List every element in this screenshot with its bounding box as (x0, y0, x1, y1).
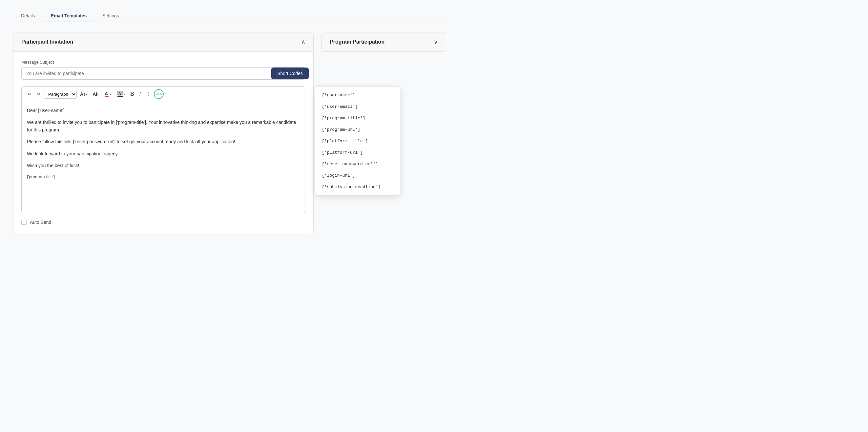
code-icon: </> (155, 92, 162, 96)
auto-send-label: Auto Send (30, 220, 51, 225)
highlight-chevron-icon: ▾ (123, 93, 125, 96)
panels-row: Participant Invitation ∧ Message Subject… (13, 32, 446, 233)
redo-button[interactable]: ↪ (35, 90, 43, 98)
font-size-icon: A↕ (80, 92, 86, 97)
shortcodes-dropdown: ['user-name'] ['user-email'] ['program-t… (315, 87, 400, 196)
more-options-button[interactable]: ⋮ (144, 90, 153, 98)
font-size-chevron-icon: ▾ (86, 93, 87, 96)
shortcode-reset-password-url[interactable]: ['reset-password-url'] (315, 158, 400, 170)
italic-button[interactable]: I (137, 90, 143, 98)
editor-line-2: We are thrilled to invite you to partici… (27, 119, 300, 133)
shortcode-program-url[interactable]: ['program-url'] (315, 124, 400, 135)
svg-text:A: A (105, 91, 108, 96)
shortcode-submission-deadline[interactable]: ['submission-deadline'] (315, 181, 400, 193)
editor-toolbar: ↩ ↪ Paragraph Heading 1 Heading 2 Headin… (21, 86, 305, 102)
auto-send-checkbox[interactable] (21, 220, 27, 225)
bold-button[interactable]: B (128, 90, 136, 98)
left-panel-header: Participant Invitation ∧ (13, 32, 313, 52)
redo-icon: ↪ (37, 92, 41, 97)
left-panel-title: Participant Invitation (21, 39, 73, 45)
left-panel-body: Message Subject Short Codes ↩ ↪ (13, 52, 313, 233)
editor-body[interactable]: Dear ['user-name'], We are thrilled to i… (21, 102, 305, 213)
font-type-icon: AI (93, 92, 97, 97)
editor-line-5: Wish you the best of luck! (27, 162, 300, 169)
undo-button[interactable]: ↩ (26, 90, 33, 98)
font-color-button[interactable]: A ▾ (102, 90, 114, 99)
shortcode-platform-url[interactable]: ['platform-url'] (315, 147, 400, 158)
program-participation-panel: Program Participation ∨ (321, 32, 446, 52)
shortcode-login-url[interactable]: ['login-url'] (315, 170, 400, 181)
left-panel-collapse-icon[interactable]: ∧ (301, 38, 305, 45)
tab-bar: Details Email Templates Settings (13, 10, 446, 22)
shortcode-program-title[interactable]: ['program-title'] (315, 112, 400, 124)
shortcode-platform-title[interactable]: ['platform-title'] (315, 135, 400, 147)
editor-line-3: Please follow this link: ['reset-passwor… (27, 138, 300, 145)
highlight-button[interactable]: A ▾ (115, 90, 127, 99)
tab-email-templates[interactable]: Email Templates (43, 10, 94, 22)
participant-invitation-panel: Participant Invitation ∧ Message Subject… (13, 32, 314, 233)
font-type-chevron-icon: ▾ (97, 93, 99, 96)
font-type-button[interactable]: AI ▾ (91, 90, 101, 98)
font-color-icon: A (104, 91, 110, 98)
right-panel-expand-icon[interactable]: ∨ (434, 38, 438, 45)
right-panel-title: Program Participation (330, 39, 384, 45)
font-size-button[interactable]: A↕ ▾ (78, 90, 89, 98)
paragraph-select[interactable]: Paragraph Heading 1 Heading 2 Heading 3 (44, 90, 77, 99)
editor-line-4: We look forward to your participation ea… (27, 150, 300, 157)
short-codes-button[interactable]: Short Codes (271, 68, 309, 79)
message-subject-input[interactable] (21, 67, 305, 80)
editor-line-6: ['program-title'] (27, 174, 300, 180)
message-subject-label: Message Subject (21, 60, 305, 65)
right-panel-header: Program Participation ∨ (322, 32, 446, 52)
svg-rect-1 (105, 96, 108, 97)
svg-text:A: A (118, 92, 121, 95)
editor-line-1: Dear ['user-name'], (27, 107, 300, 114)
auto-send-row: Auto Send (21, 220, 305, 225)
tab-details[interactable]: Details (13, 10, 43, 22)
undo-icon: ↩ (28, 92, 31, 97)
tab-settings[interactable]: Settings (94, 10, 127, 22)
highlight-icon: A (117, 91, 123, 98)
font-color-chevron-icon: ▾ (110, 93, 112, 96)
subject-row: Short Codes (21, 67, 305, 80)
svg-rect-4 (118, 96, 123, 97)
shortcode-user-name[interactable]: ['user-name'] (315, 90, 400, 101)
editor-wrapper: ↩ ↪ Paragraph Heading 1 Heading 2 Headin… (21, 86, 305, 213)
code-view-button[interactable]: </> (154, 89, 164, 99)
shortcode-user-email[interactable]: ['user-email'] (315, 101, 400, 112)
